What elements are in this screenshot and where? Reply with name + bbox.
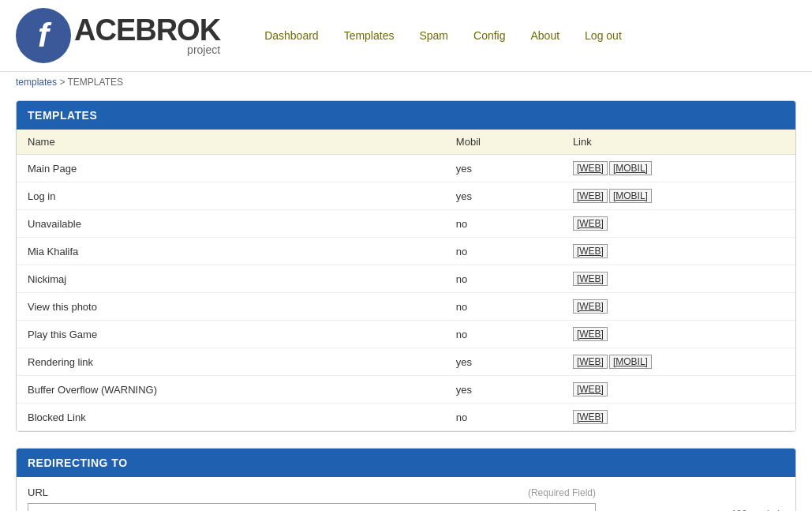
logo: f ACEBROK project	[16, 8, 220, 63]
cell-name: Nickimaj	[17, 265, 445, 293]
link-web-btn[interactable]: [WEB]	[573, 189, 608, 203]
cell-link: [WEB]	[562, 238, 795, 265]
redirect-header: REDIRECTING TO	[17, 449, 795, 477]
link-web-btn[interactable]: [WEB]	[573, 327, 608, 341]
table-row: View this photono[WEB]	[17, 293, 795, 321]
breadcrumb-separator: >	[59, 77, 65, 88]
redirect-container: REDIRECTING TO URL (Required Field) max …	[16, 448, 796, 511]
cell-mobil: yes	[445, 182, 562, 210]
nav-templates[interactable]: Templates	[331, 23, 407, 48]
redirect-body: URL (Required Field) max 100 symbols	[17, 477, 795, 511]
cell-mobil: no	[445, 404, 562, 431]
cell-link: [WEB]	[562, 376, 795, 404]
link-web-btn[interactable]: [WEB]	[573, 410, 608, 424]
templates-table-container: TEMPLATES Name Mobil Link Main Pageyes[W…	[16, 100, 796, 432]
cell-name: Unavailable	[17, 210, 445, 238]
cell-name: Buffer Overflow (WARNING)	[17, 376, 445, 404]
col-header-link: Link	[562, 130, 795, 155]
url-row: URL (Required Field) max 100 symbols	[28, 487, 784, 511]
cell-link: [WEB]	[562, 293, 795, 321]
cell-link: [WEB][MOBIL]	[562, 348, 795, 376]
cell-name: Blocked Link	[17, 404, 445, 431]
nav-dashboard[interactable]: Dashboard	[252, 23, 331, 48]
cell-name: Log in	[17, 182, 445, 210]
link-web-btn[interactable]: [WEB]	[573, 355, 608, 369]
logo-icon: f	[16, 8, 71, 63]
breadcrumb: templates > TEMPLATES	[0, 72, 812, 92]
cell-mobil: no	[445, 265, 562, 293]
logo-project: project	[74, 43, 220, 56]
cell-link: [WEB][MOBIL]	[562, 182, 795, 210]
cell-mobil: no	[445, 321, 562, 348]
table-row: Play this Gameno[WEB]	[17, 321, 795, 348]
templates-table-header: TEMPLATES	[17, 101, 795, 130]
breadcrumb-current: TEMPLATES	[68, 77, 123, 88]
cell-name: Main Page	[17, 155, 445, 182]
url-required-text: (Required Field)	[528, 487, 596, 498]
cell-mobil: no	[445, 293, 562, 321]
url-label: URL (Required Field)	[28, 487, 596, 498]
nav-config[interactable]: Config	[461, 23, 518, 48]
table-row: Rendering linkyes[WEB][MOBIL]	[17, 348, 795, 376]
cell-mobil: yes	[445, 155, 562, 182]
link-web-btn[interactable]: [WEB]	[573, 244, 608, 258]
link-mobil-btn[interactable]: [MOBIL]	[609, 355, 652, 369]
cell-name: Mia Khalifa	[17, 238, 445, 265]
nav: Dashboard Templates Spam Config About Lo…	[252, 23, 634, 48]
link-web-btn[interactable]: [WEB]	[573, 382, 608, 396]
templates-table: Name Mobil Link Main Pageyes[WEB][MOBIL]…	[17, 130, 795, 431]
link-web-btn[interactable]: [WEB]	[573, 272, 608, 286]
breadcrumb-link[interactable]: templates	[16, 77, 57, 88]
nav-spam[interactable]: Spam	[406, 23, 461, 48]
url-label-group: URL (Required Field)	[28, 487, 596, 511]
cell-mobil: yes	[445, 376, 562, 404]
table-row: Nickimajno[WEB]	[17, 265, 795, 293]
cell-link: [WEB]	[562, 265, 795, 293]
table-header-row: Name Mobil Link	[17, 130, 795, 155]
header: f ACEBROK project Dashboard Templates Sp…	[0, 0, 812, 72]
table-row: Mia Khalifano[WEB]	[17, 238, 795, 265]
url-label-text: URL	[28, 487, 48, 498]
max-symbols-label: max 100 symbols	[711, 508, 784, 511]
cell-link: [WEB]	[562, 210, 795, 238]
cell-link: [WEB][MOBIL]	[562, 155, 795, 182]
cell-mobil: no	[445, 238, 562, 265]
nav-about[interactable]: About	[518, 23, 572, 48]
table-row: Blocked Linkno[WEB]	[17, 404, 795, 431]
link-web-btn[interactable]: [WEB]	[573, 216, 608, 231]
link-mobil-btn[interactable]: [MOBIL]	[609, 161, 652, 175]
table-row: Main Pageyes[WEB][MOBIL]	[17, 155, 795, 182]
logo-text: ACEBROK project	[74, 15, 220, 56]
cell-name: Play this Game	[17, 321, 445, 348]
table-row: Unavailableno[WEB]	[17, 210, 795, 238]
cell-link: [WEB]	[562, 321, 795, 348]
nav-logout[interactable]: Log out	[572, 23, 634, 48]
cell-mobil: yes	[445, 348, 562, 376]
col-header-name: Name	[17, 130, 445, 155]
table-row: Log inyes[WEB][MOBIL]	[17, 182, 795, 210]
link-web-btn[interactable]: [WEB]	[573, 161, 608, 175]
url-input[interactable]	[28, 503, 596, 511]
col-header-mobil: Mobil	[445, 130, 562, 155]
table-row: Buffer Overflow (WARNING)yes[WEB]	[17, 376, 795, 404]
link-web-btn[interactable]: [WEB]	[573, 299, 608, 314]
cell-link: [WEB]	[562, 404, 795, 431]
link-mobil-btn[interactable]: [MOBIL]	[609, 189, 652, 203]
main-content: TEMPLATES Name Mobil Link Main Pageyes[W…	[0, 92, 812, 511]
logo-name: ACEBROK	[74, 15, 220, 45]
cell-name: Rendering link	[17, 348, 445, 376]
cell-name: View this photo	[17, 293, 445, 321]
cell-mobil: no	[445, 210, 562, 238]
